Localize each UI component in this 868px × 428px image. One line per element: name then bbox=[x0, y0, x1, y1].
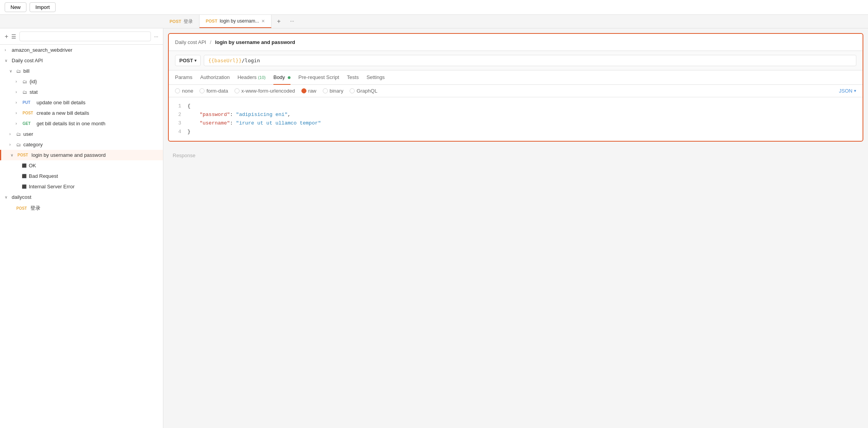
url-bar: POST ▾ {{baseUrl}}/login bbox=[169, 51, 863, 70]
sidebar-item-resp-bad[interactable]: ⬛ Bad Request bbox=[0, 171, 163, 181]
method-badge: POST bbox=[18, 153, 29, 157]
body-options: none form-data x-www-form-urlencoded raw… bbox=[169, 85, 863, 97]
tab-tests[interactable]: Tests bbox=[347, 70, 359, 85]
chevron-right-icon: › bbox=[16, 79, 20, 84]
tab-authorization[interactable]: Authorization bbox=[200, 70, 230, 85]
folder-label: user bbox=[23, 131, 33, 137]
body-opt-graphql[interactable]: GraphQL bbox=[350, 88, 377, 94]
response-icon: ⬛ bbox=[22, 184, 26, 189]
tab-params[interactable]: Params bbox=[175, 70, 192, 85]
request-tabs: Params Authorization Headers (10) Body P… bbox=[169, 70, 863, 85]
tab-2[interactable]: POST login by usernam... ✕ bbox=[200, 15, 271, 28]
response-label: Response bbox=[173, 153, 196, 158]
collection-label: amazon_search_webdriver bbox=[12, 47, 72, 53]
headers-count-badge: (10) bbox=[258, 75, 266, 80]
radio-binary bbox=[323, 88, 328, 93]
sidebar-item-id[interactable]: › 🗂 {id} bbox=[0, 76, 163, 87]
chevron-down-icon[interactable]: ▾ bbox=[854, 88, 856, 93]
url-path: /login bbox=[242, 58, 260, 63]
tab-close-icon[interactable]: ✕ bbox=[261, 19, 265, 24]
url-base: {{baseUrl}} bbox=[208, 58, 242, 63]
chevron-down-icon: ∨ bbox=[10, 153, 15, 157]
radio-none bbox=[175, 88, 180, 93]
folder-icon: 🗂 bbox=[16, 132, 21, 137]
tab-more-button[interactable]: ··· bbox=[286, 15, 298, 28]
folder-icon: 🗂 bbox=[16, 142, 21, 147]
sidebar-item-user[interactable]: › 🗂 user bbox=[0, 129, 163, 139]
sidebar-more-button[interactable]: ··· bbox=[154, 33, 158, 39]
radio-graphql bbox=[350, 88, 355, 93]
folder-icon: 🗂 bbox=[23, 79, 27, 84]
folder-label: stat bbox=[30, 89, 38, 95]
folder-label: bill bbox=[23, 68, 30, 74]
response-panel: Response bbox=[163, 146, 868, 165]
content-area: Daily cost API / login by username and p… bbox=[163, 28, 868, 428]
sidebar-item-resp-ok[interactable]: ⬛ OK bbox=[0, 160, 163, 171]
breadcrumb-separator: / bbox=[210, 39, 212, 45]
import-button[interactable]: Import bbox=[30, 2, 56, 12]
collection-label: dailycost bbox=[12, 194, 32, 200]
json-select[interactable]: JSON bbox=[839, 88, 852, 94]
request-panel-header: Daily cost API / login by username and p… bbox=[169, 34, 863, 51]
sidebar-item-get-bill[interactable]: › GET get bill details list in one month bbox=[0, 118, 163, 129]
sidebar-item-daily-cost-api[interactable]: ∨ Daily cost API bbox=[0, 55, 163, 66]
response-icon: ⬛ bbox=[22, 163, 26, 168]
toolbar: New Import bbox=[0, 0, 868, 15]
chevron-right-icon: › bbox=[16, 100, 20, 105]
code-line-1: 1 { bbox=[175, 102, 856, 111]
sidebar-item-resp-err[interactable]: ⬛ Internal Server Error bbox=[0, 181, 163, 192]
body-opt-urlencoded[interactable]: x-www-form-urlencoded bbox=[234, 88, 295, 94]
url-input[interactable]: {{baseUrl}}/login bbox=[204, 55, 856, 66]
tab-body[interactable]: Body bbox=[273, 70, 290, 85]
sidebar-item-dailycost[interactable]: ∨ dailycost bbox=[0, 192, 163, 202]
chevron-right-icon: › bbox=[5, 48, 9, 52]
new-button[interactable]: New bbox=[5, 2, 26, 12]
tab-settings[interactable]: Settings bbox=[366, 70, 385, 85]
request-label: update one bill details bbox=[37, 100, 86, 105]
folder-icon: 🗂 bbox=[16, 68, 21, 74]
sidebar-item-post-bill[interactable]: › POST create a new bill details bbox=[0, 108, 163, 118]
sidebar-item-category[interactable]: › 🗂 category bbox=[0, 139, 163, 150]
code-editor[interactable]: 1 { 2 "password": "adipisicing eni", 3 "… bbox=[169, 97, 863, 141]
tab-method-badge: POST bbox=[170, 19, 181, 24]
tab-1[interactable]: POST 登录 bbox=[163, 15, 200, 28]
request-label: create a new bill details bbox=[37, 110, 89, 116]
chevron-down-icon: ▾ bbox=[194, 58, 196, 63]
body-opt-raw[interactable]: raw bbox=[301, 88, 317, 94]
chevron-down-icon: ∨ bbox=[9, 69, 14, 73]
code-line-2: 2 "password": "adipisicing eni", bbox=[175, 111, 856, 119]
sidebar-item-post-login[interactable]: ∨ POST login by username and password bbox=[0, 150, 163, 160]
folder-label: {id} bbox=[30, 79, 37, 84]
breadcrumb-api: Daily cost API bbox=[175, 39, 206, 45]
sidebar-item-put-bill[interactable]: › PUT update one bill details bbox=[0, 97, 163, 108]
sidebar-item-stat[interactable]: › 🗂 stat bbox=[0, 87, 163, 97]
tab-bar: POST 登录 POST login by usernam... ✕ + ··· bbox=[0, 15, 868, 28]
radio-urlencoded bbox=[234, 88, 240, 93]
sidebar-add-button[interactable]: + bbox=[5, 33, 8, 40]
chevron-right-icon: › bbox=[16, 111, 20, 115]
request-panel: Daily cost API / login by username and p… bbox=[168, 33, 863, 142]
response-label: Bad Request bbox=[29, 173, 58, 179]
tab-label: login by usernam... bbox=[220, 18, 259, 24]
request-label: login by username and password bbox=[32, 152, 106, 158]
code-line-3: 3 "username": "irure ut ut ullamco tempo… bbox=[175, 119, 856, 128]
response-label: Internal Server Error bbox=[29, 184, 75, 189]
body-opt-form-data[interactable]: form-data bbox=[200, 88, 228, 94]
chevron-right-icon: › bbox=[9, 132, 14, 136]
radio-form-data bbox=[200, 88, 205, 93]
tab-headers[interactable]: Headers (10) bbox=[238, 70, 266, 85]
tab-plus-button[interactable]: + bbox=[271, 15, 286, 28]
sidebar-item-amazon[interactable]: › amazon_search_webdriver bbox=[0, 45, 163, 55]
main-layout: + ☰ ··· › amazon_search_webdriver ∨ Dail… bbox=[0, 28, 868, 428]
body-opt-none[interactable]: none bbox=[175, 88, 193, 94]
response-icon: ⬛ bbox=[22, 174, 26, 178]
sidebar-item-post-login2[interactable]: › POST 登录 bbox=[0, 202, 163, 214]
method-label: POST bbox=[179, 58, 193, 63]
method-select[interactable]: POST ▾ bbox=[175, 55, 201, 66]
opt-label: x-www-form-urlencoded bbox=[242, 88, 295, 94]
sidebar-item-bill[interactable]: ∨ 🗂 bill bbox=[0, 66, 163, 76]
body-opt-binary[interactable]: binary bbox=[323, 88, 343, 94]
body-dot-indicator bbox=[288, 76, 290, 79]
sidebar-search-input[interactable] bbox=[19, 32, 151, 41]
tab-pre-request[interactable]: Pre-request Script bbox=[298, 70, 339, 85]
